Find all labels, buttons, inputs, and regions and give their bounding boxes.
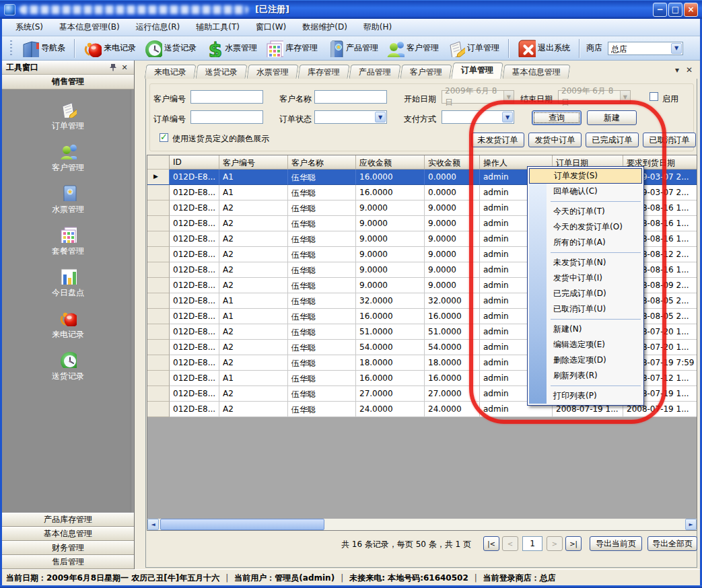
row-selector[interactable] [147,293,170,309]
toolbar-delivery-log-button[interactable]: 送货记录 [141,38,200,59]
context-menu-item[interactable]: 打印列表(P) [529,388,642,404]
menu-item[interactable]: 基本信息管理(B) [51,20,128,35]
context-menu-item[interactable] [529,317,642,322]
last-page-button[interactable]: >| [565,536,582,551]
tab[interactable]: 送货记录 [196,65,248,79]
sidebar-item-daily-check[interactable]: 今日盘点 [52,267,84,299]
sidebar-splitter[interactable] [135,61,137,569]
row-selector[interactable] [147,386,170,402]
context-menu-item[interactable]: 今天的发货订单(O) [529,219,642,235]
toolbar-order-button[interactable]: 订单管理 [444,38,503,59]
export-current-page-button[interactable]: 导出当前页 [590,536,642,551]
menu-item[interactable]: 辅助工具(T) [188,20,248,35]
sidebar-item-call-log[interactable]: 来电记录 [52,309,84,340]
customer-no-input[interactable] [190,90,263,104]
tab[interactable]: 订单管理 [451,63,503,79]
row-selector[interactable] [147,170,170,185]
query-button[interactable]: 查询 [532,110,582,125]
sidebar-group-bar[interactable]: 售后管理 [2,555,134,569]
menu-item[interactable]: 帮助(H) [355,20,400,35]
cancelled-orders-button[interactable]: 已取消订单 [643,133,696,147]
toolbar-product-button[interactable]: 产品管理 [322,38,382,59]
close-icon[interactable]: ✕ [686,65,693,75]
context-menu-item[interactable]: 发货中订单(I) [529,270,642,286]
context-menu-item[interactable]: 未发货订单(N) [529,255,642,270]
row-selector[interactable] [147,278,170,293]
enable-checkbox[interactable] [650,92,658,101]
row-selector[interactable] [147,231,170,247]
start-date-picker[interactable]: 2009年 6月 8日▼ [442,90,514,104]
sidebar-group-bar[interactable]: 产品库存管理 [2,513,134,527]
chevron-down-icon[interactable]: ▼ [671,43,682,54]
tab[interactable]: 库存管理 [298,65,350,79]
unshipped-orders-button[interactable]: 未发货订单 [471,133,524,147]
sidebar-item-water-ticket[interactable]: 水票管理 [52,184,84,215]
chevron-down-icon[interactable]: ▼ [375,112,386,122]
tab[interactable]: 产品管理 [349,65,401,79]
menu-item[interactable]: 窗口(W) [248,20,294,35]
context-menu-item[interactable] [529,199,642,204]
menu-item[interactable]: 系统(S) [7,20,51,35]
sidebar-group-sales[interactable]: 销售管理 [2,75,134,89]
menu-item[interactable]: 运行信息(R) [128,20,188,35]
order-no-input[interactable] [190,110,263,124]
page-number-input[interactable] [522,536,542,551]
column-header-id[interactable]: ID [170,155,219,170]
customer-name-input[interactable] [314,90,387,104]
row-selector[interactable] [147,371,170,386]
sidebar-item-customer-mgmt[interactable]: 客户管理 [52,142,84,174]
end-date-picker[interactable]: 2009年 6月 8日▼ [558,90,631,104]
sidebar-item-delivery-log[interactable]: 送货记录 [52,351,84,382]
restore-button[interactable]: □ [668,3,682,17]
context-menu-item[interactable]: 回单确认(C) [529,184,642,199]
sidebar-group-bar[interactable]: 基本信息管理 [2,527,134,541]
toolbar-water-ticket-button[interactable]: 水票管理 [201,38,260,59]
sidebar-group-bar[interactable]: 财务管理 [2,541,134,555]
row-selector[interactable] [147,185,170,200]
menu-item[interactable]: 数据维护(D) [294,20,355,35]
tab[interactable]: 基本信息管理 [503,65,571,79]
shipping-orders-button[interactable]: 发货中订单 [528,133,582,147]
row-selector[interactable] [147,355,170,371]
toolbar-call-log-button[interactable]: 来电记录 [80,38,139,59]
pay-method-combobox[interactable]: ▼ [442,110,514,124]
context-menu-item[interactable] [529,250,642,255]
scroll-left-arrow[interactable]: ◄ [147,519,159,530]
new-button[interactable]: 新建 [587,110,637,125]
chevron-down-icon[interactable]: ▾ [675,65,679,75]
row-selector[interactable] [147,402,170,417]
context-menu-item[interactable]: 已取消订单(U) [529,301,642,317]
context-menu-item[interactable]: 所有的订单(A) [529,235,642,250]
row-selector[interactable] [147,262,170,278]
prev-page-button[interactable]: < [502,536,518,551]
context-menu-item[interactable]: 新建(N) [529,322,642,337]
column-header-customer-name[interactable]: 客户名称 [288,155,356,170]
sidebar-item-order-mgmt[interactable]: 订单管理 [52,100,84,132]
row-selector[interactable] [147,340,170,355]
context-menu-item[interactable]: 刷新列表(R) [529,368,642,383]
next-page-button[interactable]: > [547,536,563,551]
tab[interactable]: 来电记录 [145,65,197,79]
completed-orders-button[interactable]: 已完成订单 [586,133,639,147]
context-menu-item[interactable]: 已完成订单(D) [529,286,642,301]
sidebar-item-package-mgmt[interactable]: 套餐管理 [52,225,84,257]
close-button[interactable]: × [684,3,698,17]
order-status-combobox[interactable]: ▼ [314,110,387,124]
context-menu-item[interactable]: 删除选定项(D) [529,353,642,368]
toolbar-navigator-button[interactable]: 导航条 [17,38,69,59]
delivery-color-checkbox[interactable] [160,133,168,142]
column-header-receivable[interactable]: 应收金额 [356,155,425,170]
row-selector[interactable] [147,247,170,262]
tab[interactable]: 客户管理 [400,65,452,79]
row-selector[interactable] [147,324,170,340]
scrollbar-thumb[interactable] [160,519,324,530]
context-menu-item[interactable]: 编辑选定项(E) [529,337,642,353]
row-selector[interactable] [147,309,170,324]
row-selector[interactable] [147,216,170,231]
pin-icon[interactable] [108,63,119,72]
horizontal-scrollbar[interactable]: ◄ ► [147,519,697,530]
export-all-pages-button[interactable]: 导出全部页 [647,536,697,551]
close-icon[interactable]: ✕ [119,63,130,72]
toolbar-exit-button[interactable]: 退出系统 [514,38,573,59]
column-header-received[interactable]: 实收金额 [425,155,480,170]
